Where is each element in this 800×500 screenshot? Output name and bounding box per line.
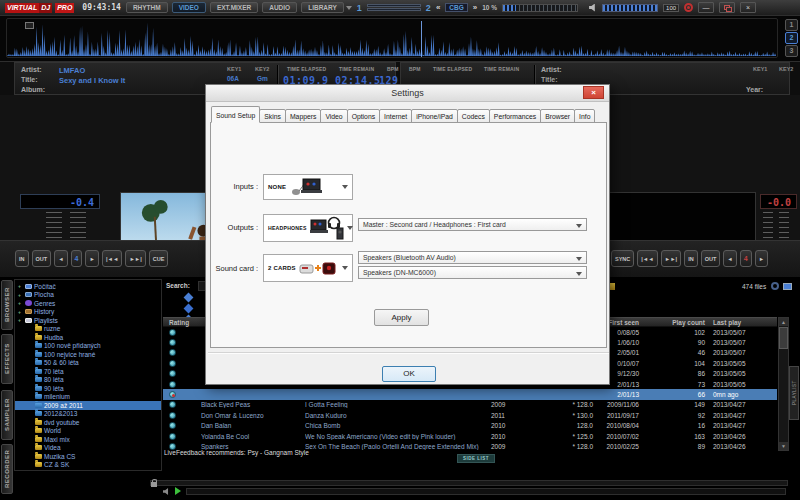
expander-icon[interactable]: + (18, 292, 23, 298)
cbg-next-button[interactable]: » (473, 3, 477, 12)
tree-item[interactable]: 50 & 60 léta (15, 359, 161, 368)
tree-item[interactable]: ruzne (15, 325, 161, 334)
tab-effects[interactable]: EFFECTS (1, 334, 13, 384)
tree-item[interactable]: dvd youtube (15, 418, 161, 427)
automix-progress-bar[interactable] (186, 488, 786, 495)
waveform-display[interactable] (6, 18, 778, 58)
cbg-button[interactable]: CBG (445, 3, 467, 12)
search-database-icon[interactable] (184, 293, 194, 303)
tree-item[interactable]: 70 léta (15, 367, 161, 376)
tree-item[interactable]: 2009 až 2011 (15, 401, 161, 410)
transport-button[interactable]: IN (15, 250, 29, 267)
soundcard-selector[interactable]: 2 CARDS (263, 254, 353, 282)
scroll-thumb[interactable] (779, 327, 788, 349)
transport-button[interactable]: SYNC (611, 250, 634, 267)
transport-button[interactable]: ►►| (125, 250, 145, 267)
deck-select-button[interactable]: 2 (785, 32, 798, 44)
settings-tab[interactable]: Info (574, 109, 595, 123)
settings-tab[interactable]: Mappers (285, 109, 321, 123)
transport-button[interactable]: ◄ (723, 250, 736, 267)
rating-header[interactable]: Rating (163, 319, 201, 326)
table-row[interactable]: Don Omar & Lucenzo Danza Kuduro 2011 * 1… (163, 410, 777, 420)
titlebar-button[interactable]: EXT.MIXER (210, 2, 258, 13)
tree-item[interactable]: 2012&2013 (15, 410, 161, 419)
tree-item[interactable]: Hudba (15, 333, 161, 342)
settings-tab[interactable]: Codecs (457, 109, 490, 123)
settings-tab[interactable]: Sound Setup (211, 106, 260, 123)
table-scrollbar[interactable]: ▲ ▼ (778, 317, 789, 451)
record-icon[interactable] (684, 3, 693, 12)
soundcard-combobox-1[interactable]: Speakers (Bluetooth AV Audio) (358, 251, 587, 264)
scroll-up-arrow[interactable]: ▲ (779, 318, 788, 326)
table-row[interactable]: 2/01/13 66 0mn ago (163, 389, 777, 399)
transport-button[interactable]: IN (684, 250, 698, 267)
inputs-selector[interactable]: NONE (263, 174, 353, 200)
settings-tab[interactable]: Performances (489, 109, 541, 123)
transport-button[interactable]: OUT (701, 250, 721, 267)
scroll-down-arrow[interactable]: ▼ (779, 442, 788, 450)
tree-item[interactable]: + Plocha (15, 291, 161, 300)
tree-item[interactable]: 80 léta (15, 376, 161, 385)
table-row[interactable]: Dan Balan Chica Bomb 2010 128.0 2010/08/… (163, 421, 777, 431)
deck-select-button[interactable]: 1 (785, 19, 798, 31)
transport-button[interactable]: 4 (71, 250, 83, 267)
settings-tab[interactable]: Skins (259, 109, 286, 123)
deck-2-indicator[interactable]: 2 (426, 3, 431, 13)
tree-item[interactable]: Muzika CS (15, 452, 161, 461)
dialog-close-button[interactable]: × (583, 86, 604, 99)
cbg-prev-button[interactable]: « (436, 3, 440, 12)
playlist-side-tab[interactable]: PLAYLIST (789, 366, 799, 420)
ok-button[interactable]: OK (382, 366, 436, 382)
volume-slider[interactable] (602, 4, 658, 12)
settings-tab[interactable]: Video (320, 109, 347, 123)
chevron-down-icon[interactable] (346, 6, 352, 10)
tree-item[interactable]: Maxi mix (15, 435, 161, 444)
transport-button[interactable]: OUT (32, 250, 52, 267)
minimize-button[interactable]: — (698, 2, 714, 13)
settings-tab[interactable]: iPhone/iPad (411, 109, 458, 123)
transport-button[interactable]: |◄◄ (102, 250, 122, 267)
expander-icon[interactable]: + (18, 300, 23, 306)
settings-tab[interactable]: Browser (540, 109, 575, 123)
screens-icon[interactable] (783, 283, 792, 290)
output-routing-combobox[interactable]: Master : Second card / Headphones : Firs… (358, 218, 587, 231)
play-count-header[interactable]: Play count (639, 319, 705, 326)
tree-item[interactable]: World (15, 427, 161, 436)
lock-icon[interactable] (151, 482, 157, 487)
deck-1-indicator[interactable]: 1 (357, 3, 362, 13)
titlebar-button[interactable]: RHYTHM (126, 2, 168, 13)
expander-icon[interactable]: + (18, 283, 23, 289)
expander-icon[interactable]: + (18, 309, 23, 315)
deck-select-button[interactable]: 3 (785, 45, 798, 57)
outputs-selector[interactable]: HEADPHONES (263, 214, 353, 242)
settings-tab[interactable]: Internet (379, 109, 412, 123)
restore-button[interactable] (719, 2, 735, 13)
tree-item[interactable]: Videa (15, 444, 161, 453)
table-row[interactable]: Black Eyed Peas I Gotta Feeling 2009 * 1… (163, 400, 777, 410)
automix-speaker-icon[interactable] (163, 488, 170, 495)
tree-item[interactable]: CZ & SK (15, 461, 161, 470)
tree-item[interactable]: + History (15, 308, 161, 317)
tree-item[interactable]: 100 nově přidaných (15, 342, 161, 351)
settings-tab[interactable]: Options (347, 109, 380, 123)
transport-button[interactable]: 4 (740, 250, 752, 267)
mini-slider-top[interactable] (367, 4, 421, 7)
transport-button[interactable]: CUE (149, 250, 169, 267)
transport-button[interactable]: ►►| (661, 250, 681, 267)
tab-sampler[interactable]: SAMPLER (1, 390, 13, 440)
tree-item[interactable]: 100 nejvice hrané (15, 350, 161, 359)
titlebar-button[interactable]: LIBRARY (301, 2, 344, 13)
speaker-icon[interactable] (589, 4, 597, 12)
crossfader-mini[interactable] (367, 4, 421, 11)
mini-slider-bottom[interactable] (367, 8, 421, 11)
apply-button[interactable]: Apply (374, 309, 429, 326)
transport-button[interactable]: |◄◄ (637, 250, 657, 267)
titlebar-button[interactable]: VIDEO (172, 2, 206, 13)
titlebar-button[interactable]: AUDIO (262, 2, 297, 13)
expander-icon[interactable]: + (18, 317, 23, 323)
tree-item[interactable]: 90 léta (15, 384, 161, 393)
automix-play-icon[interactable] (175, 487, 181, 495)
transport-button[interactable]: ◄ (54, 250, 67, 267)
tab-recorder[interactable]: RECORDER (1, 444, 13, 494)
tree-item[interactable]: + Počítač (15, 282, 161, 291)
